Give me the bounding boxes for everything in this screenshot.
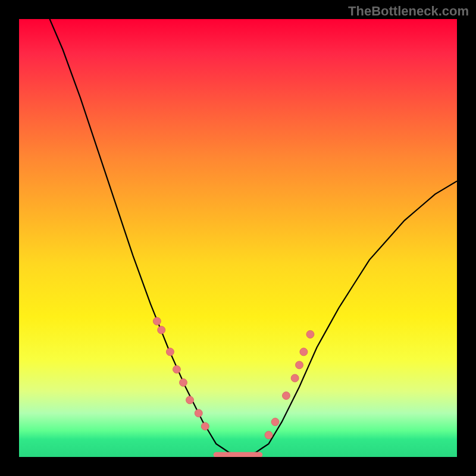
data-marker <box>306 330 314 338</box>
chart-container <box>19 19 457 457</box>
data-marker <box>300 348 308 356</box>
data-marker <box>195 409 202 417</box>
chart-svg <box>19 19 457 457</box>
data-marker <box>166 348 174 356</box>
bottleneck-curve <box>50 19 457 455</box>
markers-left-group <box>153 317 209 430</box>
data-marker <box>153 317 161 325</box>
data-marker <box>158 326 165 334</box>
watermark-text: TheBottleneck.com <box>348 4 469 19</box>
data-marker <box>173 365 180 373</box>
data-marker <box>265 431 273 439</box>
data-marker <box>282 392 290 399</box>
data-marker <box>180 378 187 386</box>
data-marker <box>201 422 209 430</box>
data-marker <box>271 418 279 426</box>
data-marker <box>291 374 299 382</box>
data-marker <box>186 396 194 404</box>
markers-right-group <box>265 330 314 439</box>
data-marker <box>296 361 303 369</box>
